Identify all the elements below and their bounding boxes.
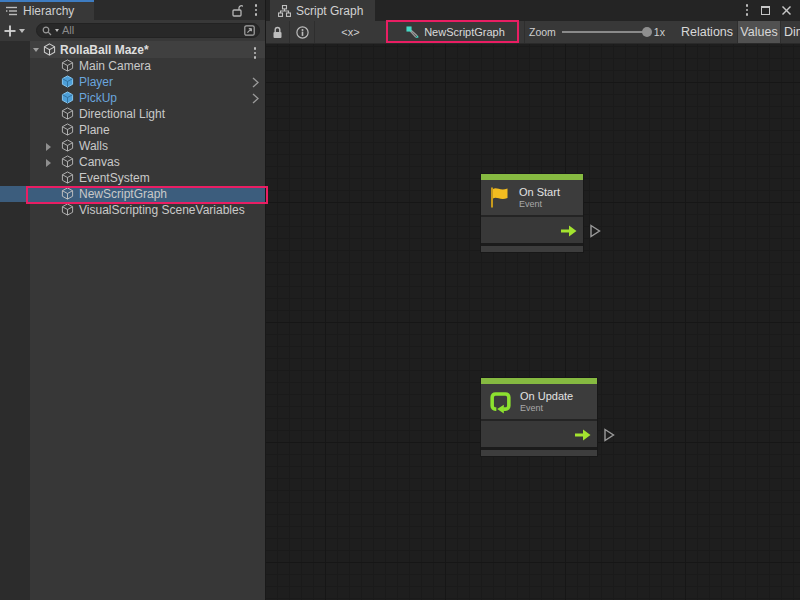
graph-icon — [278, 5, 291, 17]
values-button[interactable]: Values — [738, 21, 781, 43]
hierarchy-tree: Main Camera Player PickUp Directional Li… — [0, 58, 265, 218]
item-label: Main Camera — [79, 58, 151, 74]
search-picker-icon[interactable] — [244, 25, 255, 36]
scene-name-label: RollaBall Maze* — [60, 43, 149, 57]
relations-button[interactable]: Relations — [677, 21, 738, 43]
unity-scene-icon — [43, 43, 56, 56]
prefab-chevron-icon[interactable] — [252, 93, 259, 104]
hierarchy-item-pickup[interactable]: PickUp — [0, 90, 265, 106]
script-graph-asset-icon — [406, 26, 419, 39]
add-gameobject-button[interactable] — [4, 20, 25, 41]
gameobject-cube-icon — [61, 187, 74, 200]
hierarchy-item-plane[interactable]: Plane — [0, 122, 265, 138]
foldout-collapsed-icon[interactable] — [46, 159, 51, 167]
node-subtitle: Event — [519, 199, 560, 209]
hierarchy-item-player[interactable]: Player — [0, 74, 265, 90]
script-graph-toolbar: <x> NewScriptGraph Zoom 1x Relations Val… — [266, 21, 800, 44]
hierarchy-menu-icon[interactable] — [253, 2, 260, 18]
item-label: Player — [79, 74, 113, 90]
zoom-slider-handle[interactable] — [642, 27, 652, 37]
zoom-value: 1x — [654, 26, 665, 38]
flow-arrow-icon — [574, 429, 591, 441]
hierarchy-item-walls[interactable]: Walls — [0, 138, 265, 154]
node-on-update[interactable]: On Update Event — [481, 378, 597, 456]
item-label: EventSystem — [79, 170, 150, 186]
tab-hierarchy[interactable]: Hierarchy — [0, 0, 94, 20]
gameobject-cube-icon — [61, 203, 74, 216]
flag-icon — [488, 186, 512, 209]
zoom-label: Zoom — [529, 26, 556, 38]
gameobject-cube-icon — [61, 107, 74, 120]
foldout-open-icon[interactable] — [33, 48, 39, 52]
item-label: VisualScripting SceneVariables — [79, 202, 245, 218]
hierarchy-search-input[interactable]: All — [36, 23, 260, 38]
node-title: On Update — [520, 390, 573, 403]
tab-hierarchy-label: Hierarchy — [23, 4, 74, 18]
chevron-down-icon — [19, 29, 25, 33]
gameobject-cube-icon — [61, 155, 74, 168]
gameobject-cube-icon — [61, 123, 74, 136]
info-icon — [296, 26, 309, 39]
script-graph-panel: Script Graph <x> NewScriptGraph — [266, 0, 800, 600]
plus-icon — [4, 25, 16, 37]
unity-editor-window: Hierarchy All RollaBall Maz — [0, 0, 800, 600]
graph-asset-breadcrumb[interactable]: NewScriptGraph — [387, 21, 525, 43]
zoom-slider[interactable] — [562, 31, 648, 33]
dim-button[interactable]: Dim — [781, 21, 800, 43]
script-graph-tab-bar: Script Graph — [266, 0, 800, 21]
close-icon[interactable] — [781, 5, 792, 16]
item-label: Plane — [79, 122, 110, 138]
hierarchy-panel: Hierarchy All RollaBall Maz — [0, 0, 266, 600]
graph-info-button[interactable] — [290, 21, 315, 43]
flow-arrow-icon — [560, 225, 577, 237]
item-label: Walls — [79, 138, 108, 154]
scene-header-rollaball-maze[interactable]: RollaBall Maze* — [30, 41, 265, 58]
output-port-icon[interactable] — [603, 428, 615, 442]
search-icon — [42, 26, 52, 36]
loop-icon — [488, 389, 513, 414]
prefab-cube-icon — [61, 75, 74, 88]
hierarchy-item-main-camera[interactable]: Main Camera — [0, 58, 265, 74]
item-label: NewScriptGraph — [79, 186, 167, 202]
tab-script-graph-label: Script Graph — [296, 4, 363, 18]
hierarchy-item-canvas[interactable]: Canvas — [0, 154, 265, 170]
item-label: Canvas — [79, 154, 120, 170]
unlock-icon[interactable] — [232, 4, 243, 17]
graph-lock-button[interactable] — [266, 21, 290, 43]
node-on-start[interactable]: On Start Event — [481, 174, 583, 252]
prefab-chevron-icon[interactable] — [252, 77, 259, 88]
gameobject-cube-icon — [61, 59, 74, 72]
node-subtitle: Event — [520, 403, 573, 413]
hierarchy-toolbar: All — [0, 20, 265, 41]
item-label: PickUp — [79, 90, 117, 106]
foldout-collapsed-icon[interactable] — [46, 143, 51, 151]
hierarchy-item-eventsystem[interactable]: EventSystem — [0, 170, 265, 186]
window-menu-icon[interactable] — [744, 2, 751, 18]
hierarchy-icon — [6, 6, 18, 16]
asset-name-label: NewScriptGraph — [424, 26, 505, 38]
search-placeholder: All — [62, 24, 241, 37]
node-footer — [481, 243, 583, 252]
search-filter-caret-icon[interactable] — [55, 29, 59, 32]
hierarchy-item-directional-light[interactable]: Directional Light — [0, 106, 265, 122]
hierarchy-tab-bar: Hierarchy — [0, 0, 265, 20]
gameobject-cube-icon — [61, 139, 74, 152]
hierarchy-item-visualscripting-scenevariables[interactable]: VisualScripting SceneVariables — [0, 202, 265, 218]
variables-x-icon: <x> — [341, 26, 359, 38]
gameobject-cube-icon — [61, 171, 74, 184]
node-title: On Start — [519, 186, 560, 199]
maximize-icon[interactable] — [761, 6, 770, 15]
node-footer — [481, 447, 597, 456]
item-label: Directional Light — [79, 106, 165, 122]
lock-icon — [272, 26, 283, 39]
output-port-icon[interactable] — [589, 224, 601, 238]
hierarchy-item-newscriptgraph[interactable]: NewScriptGraph — [0, 186, 265, 202]
graph-variables-button[interactable]: <x> — [315, 21, 387, 43]
tab-script-graph[interactable]: Script Graph — [270, 0, 375, 21]
prefab-cube-icon — [61, 91, 74, 104]
graph-canvas[interactable]: On Start Event On Update Event — [266, 44, 800, 600]
